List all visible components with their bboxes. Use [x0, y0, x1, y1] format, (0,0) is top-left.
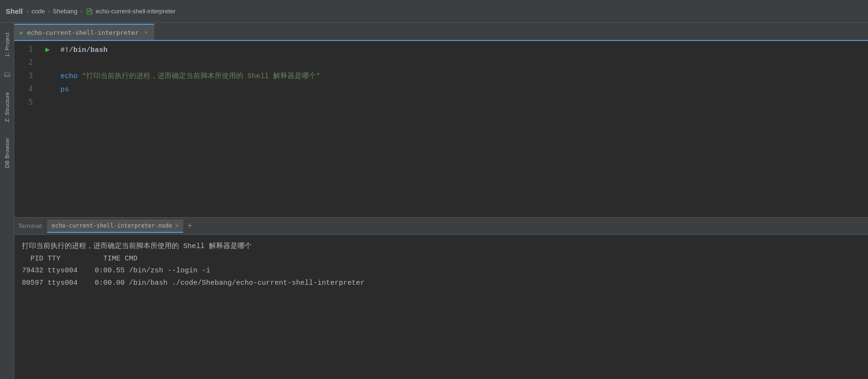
line-number-1: 1: [14, 45, 40, 54]
code-line-2: 2: [14, 58, 868, 71]
terminal-tab-main[interactable]: echo-current-shell-interpreter-node ×: [47, 219, 184, 233]
title-bar: Shell › code › Shebang › echo-current-sh…: [0, 0, 868, 23]
editor-container: ▶ echo-current-shell-interpreter × 1 ▶ #…: [14, 23, 868, 379]
breadcrumb-code[interactable]: code: [31, 8, 45, 15]
run-triangle-icon[interactable]: ▶: [45, 45, 50, 54]
terminal-line-2: 79432 ttys004 0:00.55 /bin/zsh --login -…: [22, 265, 860, 277]
breadcrumb-shebang[interactable]: Shebang: [53, 8, 78, 15]
sidebar-item-dbbrowser[interactable]: DB Browser: [3, 134, 11, 172]
breadcrumb-sep-1: ›: [27, 8, 29, 15]
terminal-line-0: 打印当前执行的进程，进而确定当前脚本所使用的 Shell 解释器是哪个: [22, 240, 860, 253]
code-shebang: #!/bin/bash: [55, 46, 108, 54]
sidebar-left: 1: Project 🗂 Z: Structure DB Browser: [0, 23, 14, 379]
code-line-1: 1 ▶ #!/bin/bash: [14, 45, 868, 58]
code-line-5: 5: [14, 98, 868, 111]
sidebar-item-structure[interactable]: Z: Structure: [3, 88, 11, 126]
terminal-line-3: 80597 ttys004 0:00.00 /bin/bash ./code/S…: [22, 277, 860, 289]
code-editor[interactable]: 1 ▶ #!/bin/bash 2 3 echo "打印当前执行的进程，进而确定…: [14, 41, 868, 217]
folder-icon: 🗂: [3, 70, 11, 79]
breadcrumb-sep-3: ›: [80, 8, 82, 15]
terminal-output: 打印当前执行的进程，进而确定当前脚本所使用的 Shell 解释器是哪个 PID …: [14, 235, 868, 379]
tab-close-button[interactable]: ×: [144, 29, 148, 36]
line-number-3: 3: [14, 71, 40, 80]
terminal-tab-name: echo-current-shell-interpreter-node: [52, 222, 172, 229]
code-ps-line: ps: [55, 86, 69, 94]
terminal-add-button[interactable]: +: [187, 221, 192, 231]
breadcrumb-file: echo-current-shell-interpreter: [96, 8, 176, 15]
sidebar-item-project[interactable]: 1: Project: [3, 29, 11, 60]
line-number-4: 4: [14, 85, 40, 93]
terminal-container: Terminal: echo-current-shell-interpreter…: [14, 217, 868, 379]
terminal-line-1: PID TTY TIME CMD: [22, 253, 860, 265]
file-icon: [86, 8, 93, 15]
code-line-3: 3 echo "打印当前执行的进程，进而确定当前脚本所使用的 Shell 解释器…: [14, 71, 868, 85]
code-echo-line: echo "打印当前执行的进程，进而确定当前脚本所使用的 Shell 解释器是哪…: [55, 71, 320, 80]
app-title: Shell: [6, 7, 23, 15]
terminal-tab-bar: Terminal: echo-current-shell-interpreter…: [14, 218, 868, 235]
tab-name: echo-current-shell-interpreter: [27, 29, 139, 36]
code-line-4: 4 ps: [14, 85, 868, 98]
line-number-2: 2: [14, 58, 40, 67]
svg-marker-0: [87, 9, 92, 14]
tab-file-icon: ▶: [20, 30, 23, 36]
breadcrumb-sep-2: ›: [48, 8, 49, 15]
editor-tab-main[interactable]: ▶ echo-current-shell-interpreter ×: [14, 24, 154, 40]
run-button[interactable]: ▶: [40, 45, 55, 54]
terminal-label: Terminal:: [18, 222, 43, 229]
terminal-tab-close[interactable]: ×: [175, 222, 179, 229]
gutter-icons: 1: Project 🗂 Z: Structure DB Browser: [3, 27, 11, 172]
line-number-5: 5: [14, 98, 40, 107]
editor-tabs: ▶ echo-current-shell-interpreter ×: [14, 23, 868, 41]
main-area: 1: Project 🗂 Z: Structure DB Browser ▶ e…: [0, 23, 868, 379]
